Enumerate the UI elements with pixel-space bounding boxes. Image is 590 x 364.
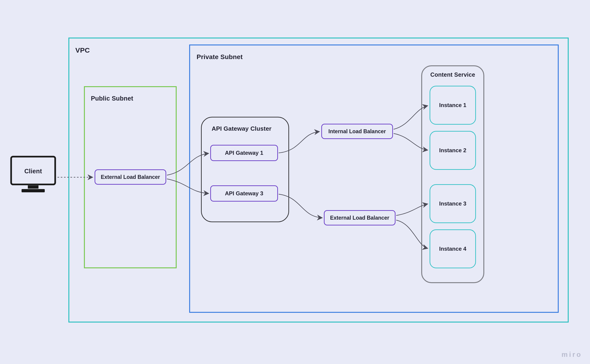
content-service-label: Content Service [421,71,484,78]
api-gateway-1: API Gateway 1 [210,145,278,161]
diagram-canvas: Client VPC Public Subnet External Load B… [0,0,590,364]
api-gateway-cluster-label: API Gateway Cluster [212,125,271,132]
api-gateway-3: API Gateway 3 [210,185,278,202]
instance-2: Instance 2 [430,131,476,170]
instance-1: Instance 1 [430,86,476,125]
client-block: Client [9,155,58,203]
instance-3: Instance 3 [430,184,476,223]
vpc-label: VPC [75,46,90,54]
internal-load-balancer: Internal Load Balancer [321,124,393,139]
svg-rect-1 [28,185,39,188]
external-load-balancer-public: External Load Balancer [95,169,166,185]
instance-4: Instance 4 [430,229,476,268]
public-subnet-label: Public Subnet [91,95,133,102]
external-load-balancer-private: External Load Balancer [324,210,395,225]
svg-rect-2 [22,189,45,192]
private-subnet-label: Private Subnet [197,53,243,61]
miro-watermark: miro [562,351,582,358]
client-label: Client [9,168,58,175]
api-gateway-cluster-container [201,117,289,222]
